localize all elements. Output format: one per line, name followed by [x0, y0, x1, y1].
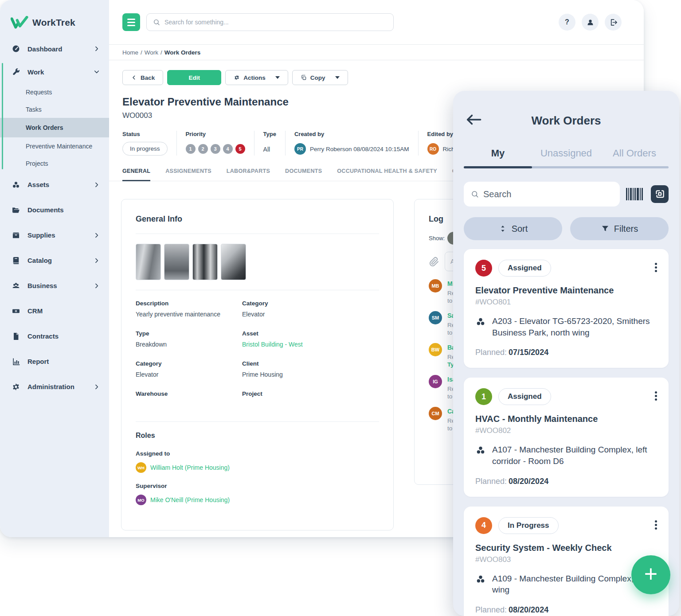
brand-logo[interactable]: WorkTrek	[0, 0, 109, 29]
elevator-photo-thumbnail[interactable]	[164, 244, 189, 280]
sidebar-item-tasks[interactable]: Tasks	[0, 101, 109, 118]
panel-tab-unassigned[interactable]: Unassigned	[532, 148, 600, 159]
barcode-icon[interactable]	[626, 187, 645, 201]
sidebar-item-assets[interactable]: Assets	[0, 172, 109, 197]
chevron-right-icon	[93, 232, 100, 239]
sidebar-item-requests[interactable]: Requests	[0, 83, 109, 101]
assets-icon	[12, 180, 20, 189]
filters-button[interactable]: Filters	[570, 217, 669, 240]
breadcrumb-work[interactable]: Work	[145, 49, 158, 56]
sidebar-item-label: Work	[27, 68, 44, 76]
sidebar-item-catalog[interactable]: Catalog	[0, 248, 109, 273]
assigned-to-link[interactable]: William Holt (Prime Housing)	[150, 464, 230, 471]
mobile-work-orders-panel: Work Orders My Unassigned All Orders Sor…	[453, 91, 679, 616]
actions-label: Actions	[243, 74, 266, 81]
panel-tab-all-orders[interactable]: All Orders	[600, 148, 669, 159]
copy-button[interactable]: Copy	[292, 70, 348, 85]
sort-label: Sort	[512, 224, 528, 234]
status-badge: Assigned	[498, 388, 551, 405]
elevator-photo-thumbnail[interactable]	[221, 244, 246, 280]
book-icon	[12, 256, 20, 265]
status-badge: In progress	[122, 142, 168, 156]
qr-scan-button[interactable]	[651, 185, 669, 203]
back-label: Back	[141, 74, 155, 81]
sort-button[interactable]: Sort	[464, 217, 562, 240]
sidebar-item-label: Supplies	[27, 231, 55, 239]
logout-button[interactable]	[605, 14, 622, 31]
sidebar-item-documents[interactable]: Documents	[0, 197, 109, 222]
menu-toggle-button[interactable]	[122, 13, 140, 31]
panel-search	[464, 182, 620, 207]
sidebar-item-contracts[interactable]: Contracts	[0, 324, 109, 349]
global-search-input[interactable]	[164, 19, 393, 26]
edit-button[interactable]: Edit	[167, 70, 221, 85]
meta-created-by: Created by PR Perry Roberson 08/08/2024 …	[294, 131, 419, 156]
field-category-2: Category Elevator	[136, 360, 242, 378]
tab-occupational-health-safety[interactable]: OCCUPATIONAL HEALTH & SAFETY	[337, 168, 437, 181]
sidebar-item-label: CRM	[27, 307, 43, 315]
tab-general[interactable]: GENERAL	[122, 168, 150, 181]
sidebar-item-report[interactable]: Report	[0, 349, 109, 374]
priority-badge: 5	[475, 260, 492, 277]
panel-tabs: My Unassigned All Orders	[464, 148, 669, 159]
help-button[interactable]: ?	[559, 14, 575, 31]
panel-tab-my[interactable]: My	[464, 148, 532, 159]
kebab-menu-icon[interactable]	[654, 389, 658, 403]
panel-title: Work Orders	[464, 110, 669, 128]
toolbar: Back Edit Actions Copy	[109, 60, 644, 85]
priority-dot-active[interactable]: 5	[235, 144, 245, 154]
sidebar-item-label: Work Orders	[26, 124, 63, 131]
planned-date: 08/20/2024	[509, 477, 548, 486]
priority-dot[interactable]: 1	[186, 144, 196, 154]
elevator-photo-thumbnail[interactable]	[192, 244, 218, 280]
sidebar-item-work-orders[interactable]: Work Orders	[0, 118, 109, 137]
search-icon	[153, 19, 160, 26]
back-button[interactable]: Back	[122, 70, 163, 85]
tab-labor-parts[interactable]: LABOR&PARTS	[227, 168, 270, 181]
asset-link[interactable]: Bristol Building - West	[242, 341, 379, 348]
topbar: ?	[109, 0, 644, 44]
breadcrumb-home[interactable]: Home	[122, 49, 138, 56]
avatar: CM	[429, 407, 442, 420]
gear-icon	[234, 74, 240, 81]
priority-dot[interactable]: 4	[223, 144, 233, 154]
sidebar-item-administration[interactable]: Administration	[0, 374, 109, 399]
sidebar-item-dashboard[interactable]: Dashboard	[0, 37, 109, 60]
type-value: All	[263, 142, 276, 153]
sidebar-item-crm[interactable]: CRM	[0, 298, 109, 324]
avatar: WH	[136, 462, 146, 473]
type-label: Type	[263, 131, 276, 137]
tab-documents[interactable]: DOCUMENTS	[285, 168, 322, 181]
caret-down-icon	[275, 76, 280, 79]
chevron-right-icon	[93, 45, 100, 52]
plus-icon: +	[644, 562, 658, 585]
paperclip-icon[interactable]	[429, 256, 439, 267]
priority-dot[interactable]: 2	[198, 144, 208, 154]
meta-status: Status In progress	[122, 131, 177, 156]
work-order-card[interactable]: 1 Assigned HVAC - Monthly Maintenance #W…	[464, 378, 669, 496]
kebab-menu-icon[interactable]	[654, 518, 658, 532]
kebab-menu-icon[interactable]	[654, 261, 658, 274]
back-arrow-icon[interactable]	[466, 113, 481, 126]
field-asset: Asset Bristol Building - West	[242, 330, 379, 348]
field-warehouse: Warehouse	[136, 390, 242, 408]
chevron-right-icon	[93, 181, 100, 188]
asset-icon	[475, 445, 486, 456]
add-work-order-button[interactable]: +	[631, 555, 670, 594]
panel-search-input[interactable]	[483, 189, 620, 199]
card-title: HVAC - Monthly Maintenance	[475, 414, 657, 424]
work-order-card[interactable]: 5 Assigned Elevator Preventive Maintenan…	[464, 249, 669, 368]
sidebar-item-work[interactable]: Work	[0, 60, 109, 83]
priority-dot[interactable]: 3	[211, 144, 220, 154]
caret-down-icon	[335, 76, 340, 79]
supervisor-link[interactable]: Mike O'Neill (Prime Housing)	[150, 496, 230, 503]
sidebar-item-supplies[interactable]: Supplies	[0, 222, 109, 248]
tab-assignements[interactable]: ASSIGNEMENTS	[165, 168, 211, 181]
sidebar-item-business[interactable]: Business	[0, 273, 109, 298]
sidebar-item-preventive-maintenance[interactable]: Preventive Maintenance	[0, 137, 109, 155]
elevator-photo-thumbnail[interactable]	[136, 244, 161, 280]
actions-button[interactable]: Actions	[225, 70, 288, 85]
asset-icon	[475, 574, 486, 585]
user-button[interactable]	[582, 14, 599, 31]
sidebar-item-projects[interactable]: Projects	[0, 155, 109, 172]
